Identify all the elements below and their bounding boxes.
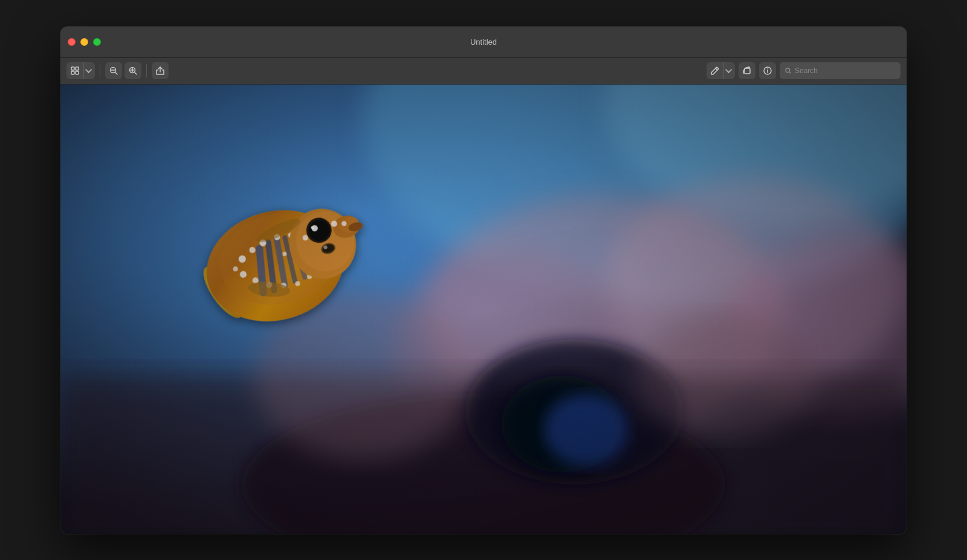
close-button[interactable] [68, 38, 76, 46]
maximize-button[interactable] [93, 38, 101, 46]
toolbar-left [66, 62, 169, 79]
app-window: Untitled [60, 27, 907, 534]
pen-icon [710, 66, 720, 76]
separator-2 [146, 64, 147, 77]
chevron-down-icon [85, 66, 92, 73]
info-icon [763, 66, 772, 76]
minimize-button[interactable] [80, 38, 88, 46]
zoom-out-icon [109, 66, 118, 76]
search-icon [784, 67, 792, 74]
copy-icon [742, 66, 752, 76]
svg-rect-1 [76, 67, 79, 70]
info-button[interactable] [759, 62, 776, 79]
fish-scene [60, 85, 907, 534]
edit-tool-button[interactable] [707, 62, 724, 79]
toolbar-right [707, 62, 901, 79]
zoom-in-icon [128, 66, 138, 76]
image-area [60, 85, 907, 534]
svg-line-11 [716, 68, 717, 70]
share-icon [155, 66, 165, 76]
svg-point-16 [786, 68, 790, 72]
view-toggle-group [66, 62, 95, 79]
search-input[interactable] [795, 66, 891, 75]
image-copy-button[interactable] [739, 62, 755, 79]
share-button[interactable] [152, 62, 169, 79]
svg-line-6 [115, 72, 117, 74]
chevron-down-icon-2 [725, 66, 732, 73]
svg-line-17 [789, 72, 791, 73]
window-title: Untitled [470, 37, 497, 47]
svg-rect-3 [76, 71, 79, 74]
view-grid-icon [70, 66, 80, 76]
edit-tool-group [707, 62, 735, 79]
svg-point-15 [767, 68, 768, 69]
zoom-out-button[interactable] [105, 62, 122, 79]
edit-tool-chevron-button[interactable] [724, 62, 735, 79]
search-box[interactable] [780, 62, 901, 79]
view-toggle-button[interactable] [66, 62, 84, 79]
toolbar [60, 58, 907, 85]
separator [100, 64, 100, 77]
svg-rect-0 [71, 67, 74, 70]
zoom-in-button[interactable] [125, 62, 141, 79]
titlebar: Untitled [60, 27, 907, 58]
svg-rect-82 [60, 85, 907, 534]
svg-rect-2 [71, 71, 74, 74]
svg-rect-12 [745, 68, 750, 74]
view-chevron-button[interactable] [84, 62, 95, 79]
traffic-lights [68, 38, 101, 46]
svg-line-10 [135, 72, 137, 74]
